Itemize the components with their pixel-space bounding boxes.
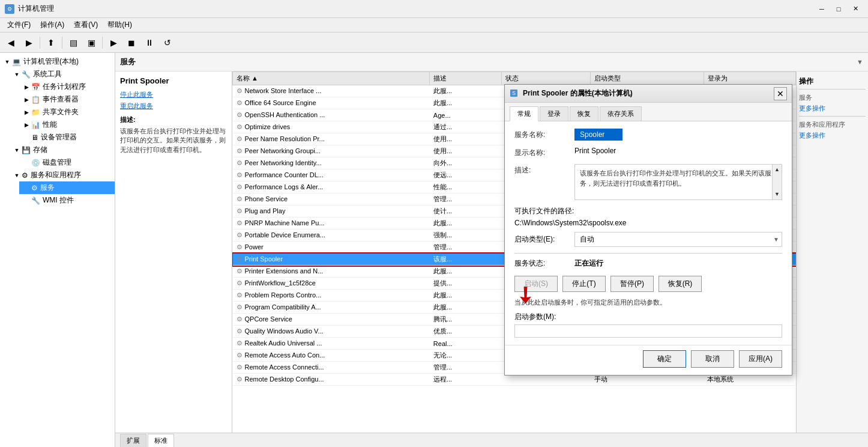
sidebar-item-performance[interactable]: ▶ 📊 性能 <box>19 118 115 131</box>
service-status-row: 服务状态: 正在运行 <box>514 258 782 269</box>
service-status-label: 服务状态: <box>514 258 574 269</box>
app-icon: ⚙ <box>5 4 14 14</box>
cancel-button[interactable]: 取消 <box>691 350 734 368</box>
pause-service-button[interactable]: 暂停(P) <box>610 276 654 292</box>
sidebar-item-diskmgr[interactable]: 💿 磁盘管理 <box>19 156 115 169</box>
cell-desc: 此服... <box>430 290 502 302</box>
cell-desc: 此服... <box>430 302 502 314</box>
start-service-button[interactable]: 启动(S) <box>514 276 558 292</box>
col-startup[interactable]: 启动类型 <box>591 72 704 85</box>
dialog-tab-dependencies[interactable]: 依存关系 <box>600 106 642 121</box>
toolbar-separator-3 <box>102 37 103 49</box>
service-row-icon: ⚙ <box>237 315 243 323</box>
ok-button[interactable]: 确定 <box>643 350 686 368</box>
sidebar-item-scheduler[interactable]: ▶ 📅 任务计划程序 <box>19 81 115 93</box>
title-bar: ⚙ 计算机管理 ─ □ ✕ <box>0 0 868 18</box>
menu-file[interactable]: 文件(F) <box>2 19 35 31</box>
sidebar-item-services[interactable]: ⚙ 服务 <box>19 181 115 194</box>
service-row-icon: ⚙ <box>237 303 243 311</box>
display-name-row: 显示名称: Print Spooler <box>514 147 782 158</box>
print-spooler-dialog[interactable]: S Print Spooler 的属性(本地计算机) ✕ 常规 登录 恢复 依存… <box>504 84 792 376</box>
service-row-icon: ⚙ <box>237 219 243 227</box>
stop-service-link[interactable]: 停止此服务 <box>120 90 227 99</box>
scheduler-icon: 📅 <box>31 83 40 91</box>
services-title: 服务 <box>120 56 136 67</box>
startup-dropdown-arrow: ▼ <box>771 236 782 243</box>
startup-select-wrapper[interactable]: 自动 ▼ <box>574 232 782 247</box>
param-input[interactable] <box>514 324 782 338</box>
col-name[interactable]: 名称 ▲ <box>233 72 430 85</box>
sidebar-item-shared[interactable]: ▶ 📁 共享文件夹 <box>19 106 115 118</box>
menu-action[interactable]: 操作(A) <box>35 19 69 31</box>
cell-desc: 向外... <box>430 157 502 169</box>
resume-service-button[interactable]: 恢复(R) <box>659 276 702 292</box>
sidebar-item-computer[interactable]: ▼ 💻 计算机管理(本地) <box>0 55 115 68</box>
sidebar-item-eventviewer[interactable]: ▶ 📋 事件查看器 <box>19 93 115 106</box>
restart-service-link[interactable]: 重启此服务 <box>120 102 227 111</box>
forward-button[interactable]: ▶ <box>20 35 37 50</box>
play-button[interactable]: ▶ <box>105 35 122 50</box>
cell-name: ⚙Remote Desktop Configu... <box>233 374 430 386</box>
ops-services-label: 服务 <box>799 93 866 102</box>
dialog-close-button[interactable]: ✕ <box>774 87 787 100</box>
stop-button[interactable]: ◼ <box>123 35 140 50</box>
cell-desc: 管理... <box>430 242 502 254</box>
menu-view[interactable]: 查看(V) <box>69 19 103 31</box>
desc-row: 描述: 该服务在后台执行打印作业并处理与打印机的交互。如果关闭该服务，则无法进行… <box>514 164 782 200</box>
service-row-icon: ⚙ <box>237 171 243 178</box>
desc-scrollbar[interactable]: ▲ ▼ <box>772 165 782 199</box>
shared-icon: 📁 <box>31 108 40 117</box>
show-button[interactable]: ▣ <box>83 35 100 50</box>
ops-sub-more-link[interactable]: 更多操作 <box>799 130 866 141</box>
sidebar-item-devmgr[interactable]: 🖥 设备管理器 <box>19 131 115 144</box>
tab-standard[interactable]: 标准 <box>148 434 174 447</box>
menu-help[interactable]: 帮助(H) <box>103 19 137 31</box>
ops-more-link[interactable]: 更多操作 <box>799 103 866 114</box>
sidebar-item-svcapp[interactable]: ▼ ⚙ 服务和应用程序 <box>10 169 115 181</box>
service-row-icon: ⚙ <box>237 207 243 214</box>
dialog-tab-recovery[interactable]: 恢复 <box>570 106 598 121</box>
sidebar-label-diskmgr: 磁盘管理 <box>43 157 71 168</box>
pause-button[interactable]: ⏸ <box>141 35 158 50</box>
dialog-tab-general[interactable]: 常规 <box>510 106 538 121</box>
cell-name: ⚙PrintWorkflow_1c5f28ce <box>233 278 430 290</box>
service-row-icon: ⚙ <box>237 327 243 335</box>
stop-service-button[interactable]: 停止(T) <box>562 276 606 292</box>
sidebar-label-wmi: WMI 控件 <box>43 195 74 205</box>
col-desc[interactable]: 描述 <box>430 72 502 85</box>
col-status[interactable]: 状态 <box>502 72 591 85</box>
service-name-row: 服务名称: Spooler <box>514 129 782 141</box>
diskmgr-icon-space <box>22 158 31 168</box>
show-hide-button[interactable]: ▤ <box>65 35 82 50</box>
close-button[interactable]: ✕ <box>848 3 863 15</box>
service-row-icon: ⚙ <box>237 123 243 130</box>
apply-button[interactable]: 应用(A) <box>739 350 782 368</box>
cell-desc: 性能... <box>430 181 502 193</box>
window-title: 计算机管理 <box>18 4 54 14</box>
cell-name: ⚙Quality Windows Audio V... <box>233 326 430 338</box>
sidebar-label-svcapp: 服务和应用程序 <box>31 170 81 180</box>
sidebar-item-tools[interactable]: ▼ 🔧 系统工具 <box>10 68 115 81</box>
cell-desc: 管理... <box>430 193 502 205</box>
cell-name: ⚙Optimize drives <box>233 121 430 133</box>
dialog-tabs: 常规 登录 恢复 依存关系 <box>505 103 792 121</box>
cell-name: ⚙OpenSSH Authentication ... <box>233 109 430 121</box>
service-row-icon: ⚙ <box>237 147 243 154</box>
info-service-name: Print Spooler <box>120 76 227 85</box>
up-button[interactable]: ⬆ <box>43 35 59 50</box>
dialog-tab-login[interactable]: 登录 <box>540 106 568 121</box>
eventviewer-expand-icon: ▶ <box>22 95 31 105</box>
service-row-icon: ⚙ <box>237 267 243 275</box>
sidebar-item-storage[interactable]: ▼ 💾 存储 <box>10 144 115 156</box>
maximize-button[interactable]: □ <box>831 3 846 15</box>
minimize-button[interactable]: ─ <box>814 3 830 15</box>
scroll-up-icon: ▲ <box>774 166 780 174</box>
restart-button[interactable]: ↺ <box>159 35 176 50</box>
service-name-value-wrapper: Spooler <box>574 129 622 141</box>
devmgr-icon-space <box>22 133 31 142</box>
expand-icon: ▼ <box>2 57 12 67</box>
col-login[interactable]: 登录为 <box>704 72 795 85</box>
tab-expand[interactable]: 扩展 <box>120 434 146 447</box>
sidebar-item-wmi[interactable]: 🔧 WMI 控件 <box>19 194 115 207</box>
back-button[interactable]: ◀ <box>2 35 19 50</box>
